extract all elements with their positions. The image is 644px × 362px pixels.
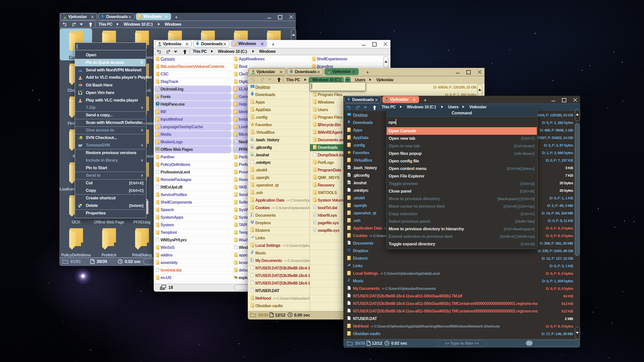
svg-text:?: ? xyxy=(157,102,158,105)
svg-text:A: A xyxy=(157,96,159,99)
